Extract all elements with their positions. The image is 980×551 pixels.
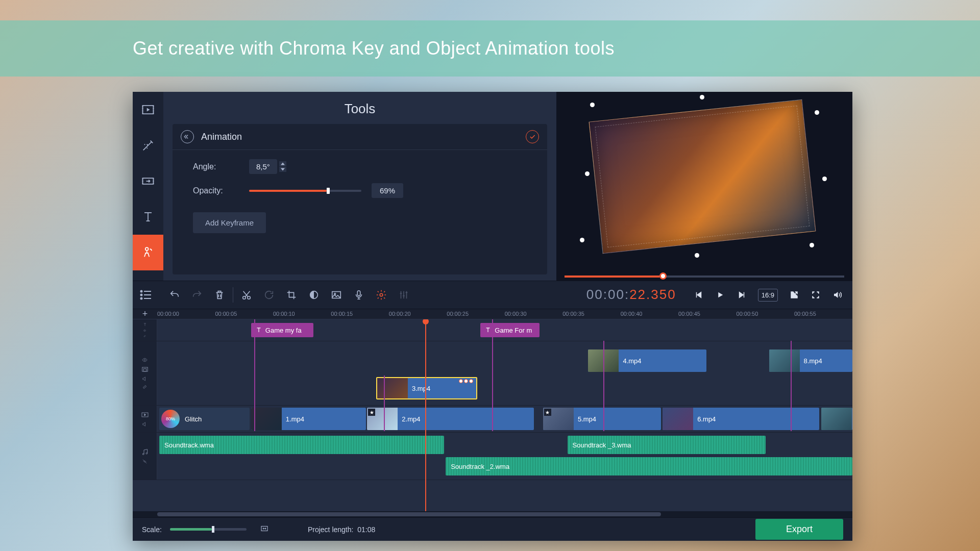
- opacity-value[interactable]: 69%: [372, 183, 403, 198]
- visibility-icon[interactable]: [142, 329, 148, 332]
- volume-button[interactable]: [828, 286, 846, 304]
- ruler-tick: 00:00:00: [157, 311, 179, 317]
- ruler-tick: 00:00:50: [737, 311, 758, 317]
- video-track-head[interactable]: [133, 406, 157, 432]
- unlink-icon[interactable]: [142, 459, 148, 464]
- tool-media[interactable]: [133, 92, 163, 128]
- video-clip[interactable]: 6.mp4: [663, 408, 819, 430]
- preview-canvas[interactable]: [565, 100, 844, 258]
- video-clip[interactable]: ★5.mp4: [543, 408, 662, 430]
- text-clip[interactable]: Game For m: [480, 323, 540, 337]
- overlay-clip[interactable]: 4.mp4: [588, 349, 706, 372]
- transform-handle[interactable]: [700, 95, 704, 99]
- tool-titles[interactable]: [133, 199, 163, 235]
- ruler-tick: 00:00:55: [794, 311, 816, 317]
- clip-properties-button[interactable]: [370, 284, 393, 306]
- audio-clip[interactable]: Soundtrack _3.wma: [568, 436, 766, 454]
- back-button[interactable]: [181, 130, 194, 143]
- timeline-view-button[interactable]: [133, 284, 159, 306]
- video-clip[interactable]: ★2.mp4: [367, 408, 534, 430]
- panel-section-title: Animation: [201, 132, 526, 142]
- ruler-tick: 00:00:45: [678, 311, 700, 317]
- mic-button[interactable]: [348, 284, 370, 306]
- angle-spinner[interactable]: [279, 161, 286, 172]
- transform-handle[interactable]: [810, 243, 814, 247]
- angle-row: Angle: 8,5°: [193, 159, 527, 174]
- angle-up[interactable]: [279, 161, 286, 166]
- fit-zoom-button[interactable]: [260, 524, 269, 535]
- svg-rect-11: [357, 291, 360, 296]
- link-icon[interactable]: [142, 335, 148, 338]
- redo-button[interactable]: [186, 284, 208, 306]
- zoom-slider[interactable]: [170, 528, 247, 531]
- overlay-track-content[interactable]: 3.mp44.mp48.mp4: [157, 341, 852, 405]
- add-track-button[interactable]: +: [133, 309, 157, 319]
- svg-point-13: [144, 331, 145, 331]
- timeline-scrollbar[interactable]: [133, 511, 852, 517]
- overlay-track-head[interactable]: [133, 341, 157, 405]
- effect-clip[interactable]: 80%Glitch: [159, 408, 250, 430]
- transform-handle[interactable]: [695, 253, 699, 258]
- footer: Scale: Project length: 01:08 Export: [133, 517, 852, 541]
- overlay-clip[interactable]: 3.mp4: [376, 377, 477, 399]
- rotate-button[interactable]: [258, 284, 280, 306]
- svg-point-5: [141, 298, 142, 299]
- preview-seekbar[interactable]: [565, 276, 844, 278]
- opacity-label: Opacity:: [193, 186, 249, 195]
- color-button[interactable]: [303, 284, 325, 306]
- video-track-content[interactable]: 80%Glitch1.mp4★2.mp4★5.mp46.mp4: [157, 406, 852, 432]
- timeline-ruler[interactable]: + 00:00:0000:00:0500:00:1000:00:1500:00:…: [133, 309, 852, 319]
- crop-button[interactable]: [280, 284, 303, 306]
- audio-track-head[interactable]: [133, 433, 157, 480]
- play-button stop-button[interactable]: [711, 286, 729, 304]
- equalizer-button[interactable]: [393, 284, 415, 306]
- overlay-clip[interactable]: 8.mp4: [769, 349, 852, 372]
- svg-point-12: [380, 293, 383, 296]
- cut-button[interactable]: [235, 284, 258, 306]
- audio-clip[interactable]: Soundtrack _2.wma: [446, 457, 852, 475]
- transform-handle[interactable]: [590, 103, 595, 107]
- angle-down[interactable]: [279, 167, 286, 172]
- tool-animation[interactable]: [133, 235, 163, 270]
- transform-handle[interactable]: [585, 171, 590, 176]
- text-track-content[interactable]: Game my faGame For m: [157, 319, 852, 341]
- tool-transitions[interactable]: [133, 163, 163, 199]
- image-button[interactable]: [325, 284, 348, 306]
- aspect-ratio-button[interactable]: 16:9: [758, 289, 778, 302]
- opacity-slider[interactable]: [249, 190, 361, 192]
- video-track: 80%Glitch1.mp4★2.mp4★5.mp46.mp4: [133, 406, 852, 433]
- export-button[interactable]: Export: [755, 519, 843, 540]
- video-clip[interactable]: [821, 408, 852, 430]
- undo-button[interactable]: [163, 284, 186, 306]
- fullscreen-button[interactable]: [806, 286, 825, 304]
- add-keyframe-button[interactable]: Add Keyframe: [193, 212, 266, 233]
- popout-button[interactable]: [785, 286, 803, 304]
- scale-label: Scale:: [142, 525, 162, 534]
- text-track: Game my faGame For m: [133, 319, 852, 341]
- next-frame-button[interactable]: [732, 286, 751, 304]
- text-clip[interactable]: Game my fa: [251, 323, 314, 337]
- preview-frame[interactable]: [589, 99, 816, 254]
- apply-button[interactable]: [526, 130, 539, 143]
- audio-clip[interactable]: Soundtrack.wma: [159, 436, 444, 454]
- transform-handle[interactable]: [822, 177, 827, 181]
- panel-header: Animation: [173, 124, 547, 150]
- transform-handle[interactable]: [580, 238, 584, 242]
- prev-frame-button[interactable]: [690, 286, 708, 304]
- text-track-head[interactable]: [133, 319, 157, 341]
- seek-thumb[interactable]: [659, 272, 667, 280]
- mute-icon[interactable]: [142, 421, 148, 427]
- transform-handle[interactable]: [815, 110, 819, 115]
- audio-track-content[interactable]: Soundtrack.wmaSoundtrack _3.wmaSoundtrac…: [157, 433, 852, 480]
- visibility-icon[interactable]: [142, 357, 148, 363]
- mute-icon[interactable]: [142, 376, 148, 382]
- timeline: Game my faGame For m 3.mp44.mp48.mp4 80%…: [133, 319, 852, 511]
- tool-filters[interactable]: [133, 128, 163, 163]
- delete-button[interactable]: [208, 284, 231, 306]
- timecode: 00:00:22.350: [586, 287, 676, 303]
- ruler-ticks[interactable]: 00:00:0000:00:0500:00:1000:00:1500:00:20…: [157, 309, 852, 319]
- video-clip[interactable]: 1.mp4: [251, 408, 366, 430]
- angle-input[interactable]: 8,5°: [249, 159, 277, 174]
- angle-label: Angle:: [193, 162, 249, 171]
- link-icon[interactable]: [142, 384, 148, 390]
